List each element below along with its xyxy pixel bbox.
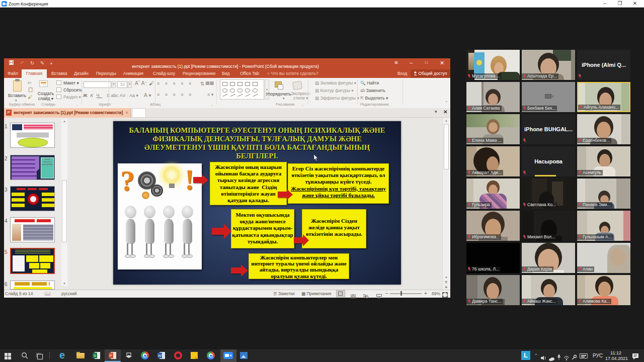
svg-text:W: W	[158, 353, 162, 358]
svg-text:P: P	[110, 353, 112, 358]
svg-text:X: X	[94, 353, 97, 358]
